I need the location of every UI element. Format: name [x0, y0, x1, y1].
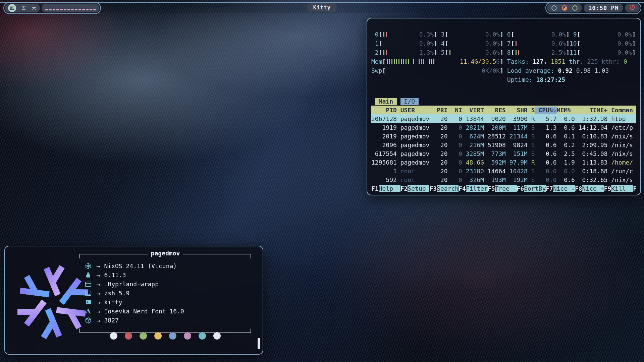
col-header-pri: PRI: [433, 107, 447, 114]
cpu-meter-value: 0.0%: [416, 40, 434, 47]
process-row[interactable]: 2019pagedmov200624M2851221344S0.60.10:10…: [371, 132, 636, 140]
meter-bar: [433, 59, 434, 64]
fkey-f3[interactable]: F3Search: [429, 185, 459, 192]
col-header-res: RES: [484, 107, 506, 114]
palette-dot: [110, 332, 117, 340]
cpu-meter-7: 7[0.6%]: [503, 39, 570, 48]
fkey-f1[interactable]: F1Help: [371, 185, 400, 192]
arrow-icon: →: [96, 272, 100, 279]
htop-tab-io[interactable]: I/O: [400, 98, 419, 105]
wm-icon: [84, 281, 93, 288]
cpu-meter-bars: [515, 41, 548, 46]
cell: 0.6: [557, 176, 575, 183]
status-indicators[interactable]: [547, 4, 582, 12]
tasks-line: Tasks: 127, 1851 thr, 225 kthr; 0: [503, 57, 636, 66]
fkey-f2[interactable]: F2Setup: [400, 185, 430, 192]
process-table: 2067128pagedmov2001384490203900R5.70.01:…: [371, 114, 636, 184]
fkey-key: F3: [429, 185, 437, 192]
meter-value: 0K/0K: [482, 67, 500, 74]
cell: 0:10.83: [575, 133, 608, 140]
cell: pagedmov: [400, 159, 433, 166]
cell: root: [400, 168, 433, 175]
meter-bar: [449, 50, 450, 55]
active-window-title[interactable]: Kitty: [307, 3, 337, 12]
cpu-id: 3: [437, 31, 445, 38]
fkey-f5[interactable]: F5Tree: [488, 185, 517, 192]
arrow-icon: →: [96, 317, 100, 324]
fkey-f9[interactable]: F9Kill: [604, 185, 633, 192]
fkey-f[interactable]: F: [633, 185, 636, 192]
cell: 592: [371, 176, 397, 183]
cell: S: [528, 133, 535, 140]
fkey-f4[interactable]: F4Filter: [459, 185, 488, 192]
media-widget[interactable]: [42, 4, 99, 12]
fetch-entry: →3827: [84, 316, 251, 325]
cell: 592M: [484, 159, 506, 166]
process-row[interactable]: 1root200231801466410428S0.00.00:18.68/ru…: [371, 167, 636, 175]
cpu-meter-2: 2[1.3%]: [371, 48, 437, 57]
cell: 5.7: [535, 115, 557, 122]
workspace-item-1[interactable]: [8, 4, 16, 12]
power-button[interactable]: [625, 4, 640, 12]
cell: 9824: [506, 141, 528, 148]
cell: 1.9: [557, 159, 575, 166]
cell: 0.6: [535, 133, 557, 140]
color-palette: [79, 332, 251, 340]
fkey-f6[interactable]: F6SortBy: [517, 185, 546, 192]
meter-bar: [431, 59, 432, 64]
cpu-meter-value: 6.3%: [416, 31, 434, 38]
process-row[interactable]: 2067128pagedmov2001384490203900R5.70.01:…: [371, 114, 636, 123]
process-row[interactable]: 2096pagedmov200216M519089824S0.60.22:09.…: [371, 140, 636, 149]
process-row[interactable]: 1295681pagedmov20048.6G592M97.9MR0.61.91…: [371, 158, 636, 167]
left-bar-island: [3, 2, 101, 14]
process-table-header[interactable]: PIDUSERPRINIVIRTRESSHRSCPU%▽MEM%TIME+Com…: [371, 106, 636, 114]
fkey-label: Kill: [611, 185, 633, 192]
cpu-id: 6: [503, 31, 511, 38]
fetch-entry: A→Iosevka Nerd Font 16.0: [84, 307, 251, 316]
cell: 3900: [506, 115, 528, 122]
cell: 0: [448, 159, 462, 166]
fkey-bar: F1HelpF2SetupF3SearchF4FilterF5TreeF6Sor…: [371, 184, 636, 193]
col-header-shr: SHR: [506, 107, 528, 114]
workspace-item-3[interactable]: [31, 5, 37, 11]
htop-window[interactable]: 0[6.3%]3[0.0%]6[0.0%]9[0.0%]1[0.0%]4[0.0…: [367, 18, 641, 195]
cell: S: [528, 150, 535, 157]
cpu-meter-4: 4[0.0%]: [437, 39, 503, 48]
htop-tab-main[interactable]: Main: [375, 98, 397, 105]
cell: 200M: [484, 124, 506, 131]
col-header-s: S: [528, 107, 535, 114]
cell: 617554: [371, 150, 397, 157]
clock-widget[interactable]: 10:50 PM: [584, 4, 623, 12]
cell: 0:18.68: [575, 168, 608, 175]
fetch-entry-value: .Hyprland-wrapp: [104, 281, 159, 288]
palette-dot: [213, 332, 221, 340]
process-row[interactable]: 617554pagedmov2003285M773M151MS0.62.50:4…: [371, 149, 636, 158]
meter-bar: [423, 59, 424, 64]
cell: 0: [448, 115, 462, 122]
cell: pagedmov: [400, 115, 433, 122]
cell: 624M: [462, 133, 484, 140]
col-header-ni: NI: [448, 107, 462, 114]
palette-dot: [125, 332, 132, 340]
cell: 0.6: [557, 124, 575, 131]
fkey-key: F5: [488, 185, 495, 192]
cell: 2019: [371, 133, 397, 140]
workspace-item-2[interactable]: [20, 5, 26, 11]
cell: 0: [448, 124, 462, 131]
fkey-f8[interactable]: F8Nice +: [575, 185, 604, 192]
fkey-f7[interactable]: F7Nice -: [546, 185, 575, 192]
meter-bar: [419, 59, 420, 64]
cell: 192M: [506, 176, 528, 183]
svg-text:A: A: [86, 308, 91, 315]
cell: 2.5: [557, 150, 575, 157]
process-row[interactable]: 1919pagedmov2002821M200M117MS1.30.614:12…: [371, 123, 636, 132]
workspace-switcher[interactable]: [5, 4, 40, 12]
process-row[interactable]: 592root200326M193M192MS0.00.60:32.65/nix…: [371, 175, 636, 184]
fastfetch-window[interactable]: pagedmov →NixOS 24.11 (Vicuna)→6.11.3→.H…: [4, 246, 263, 355]
cell: 28512: [484, 133, 506, 140]
meter-bar: [408, 59, 409, 64]
cell: 23180: [462, 168, 484, 175]
col-header-pid: PID: [371, 107, 397, 114]
terminal-cursor: [258, 338, 260, 349]
meter-bar: [383, 50, 384, 55]
